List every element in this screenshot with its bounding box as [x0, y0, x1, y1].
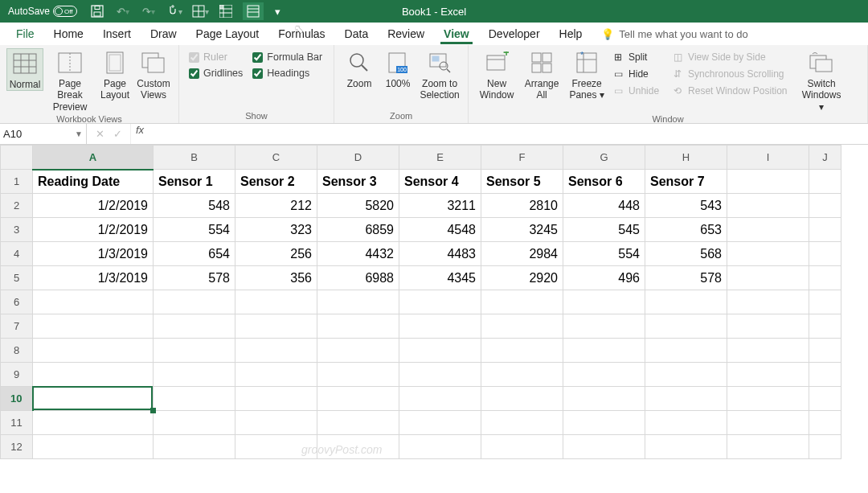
cell-C2[interactable]: 212: [235, 194, 317, 218]
cell-A1[interactable]: Reading Date: [33, 170, 154, 194]
tab-formulas[interactable]: Formulas: [268, 24, 334, 43]
cell-I3[interactable]: [727, 218, 809, 242]
cell-B2[interactable]: 548: [154, 194, 235, 218]
col-header-C[interactable]: C: [235, 146, 317, 170]
undo-icon[interactable]: ↶▾: [114, 2, 132, 20]
cell-D3[interactable]: 6859: [317, 218, 399, 242]
zoom-button[interactable]: Zoom: [341, 48, 378, 89]
page-layout-button[interactable]: Page Layout: [96, 48, 133, 101]
cell-D5[interactable]: 6988: [317, 266, 399, 290]
row-header-5[interactable]: 5: [1, 266, 33, 290]
row-header-9[interactable]: 9: [1, 363, 33, 387]
tab-home[interactable]: Home: [44, 24, 93, 43]
arrange-all-button[interactable]: Arrange All: [520, 48, 563, 101]
save-icon[interactable]: [88, 2, 106, 20]
cell-B3[interactable]: 554: [154, 218, 235, 242]
borders-icon[interactable]: ▾: [191, 2, 209, 20]
cell-J4[interactable]: [809, 242, 841, 266]
tab-help[interactable]: Help: [550, 24, 592, 43]
cell-J1[interactable]: [809, 170, 841, 194]
tab-draw[interactable]: Draw: [141, 24, 186, 43]
cell-I4[interactable]: [727, 242, 809, 266]
cell-A2[interactable]: 1/2/2019: [33, 194, 154, 218]
cell-I5[interactable]: [727, 266, 809, 290]
row-header-10[interactable]: 10: [1, 387, 33, 411]
cell-H5[interactable]: 578: [645, 266, 727, 290]
switch-windows-button[interactable]: Switch Windows ▾: [800, 48, 843, 113]
col-header-H[interactable]: H: [645, 146, 727, 170]
form-icon[interactable]: [243, 2, 264, 20]
cell-D2[interactable]: 5820: [317, 194, 399, 218]
row-header-6[interactable]: 6: [1, 290, 33, 314]
tab-file[interactable]: File: [6, 24, 44, 43]
row-header-3[interactable]: 3: [1, 218, 33, 242]
tab-insert[interactable]: Insert: [93, 24, 141, 43]
autosave-toggle[interactable]: AutoSave Off: [8, 6, 77, 17]
tab-developer[interactable]: Developer: [479, 24, 550, 43]
row-header-11[interactable]: 11: [1, 411, 33, 435]
cell-D1[interactable]: Sensor 3: [317, 170, 399, 194]
zoom-to-selection-button[interactable]: Zoom to Selection: [418, 48, 461, 101]
cell-F5[interactable]: 2920: [481, 266, 563, 290]
hide-button[interactable]: ▭Hide: [610, 67, 668, 81]
gridlines-checkbox[interactable]: Gridlines: [189, 68, 243, 79]
col-header-E[interactable]: E: [399, 146, 481, 170]
worksheet-grid[interactable]: A B C D E F G H I J 1 Reading Date Senso…: [0, 145, 868, 459]
row-header-8[interactable]: 8: [1, 339, 33, 363]
select-all-corner[interactable]: [1, 146, 33, 170]
cell-E2[interactable]: 3211: [399, 194, 481, 218]
col-header-I[interactable]: I: [727, 146, 809, 170]
cell-E3[interactable]: 4548: [399, 218, 481, 242]
tab-page-layout[interactable]: Page Layout: [186, 24, 269, 43]
cell-G1[interactable]: Sensor 6: [563, 170, 645, 194]
qat-customize-icon[interactable]: ▾: [272, 2, 283, 20]
cell-C3[interactable]: 323: [235, 218, 317, 242]
zoom-100-button[interactable]: 100 100%: [379, 48, 416, 89]
tab-view[interactable]: View: [434, 24, 479, 43]
formula-bar-checkbox[interactable]: Formula Bar: [252, 51, 322, 63]
tab-data[interactable]: Data: [335, 24, 379, 43]
col-header-B[interactable]: B: [154, 146, 235, 170]
page-break-preview-button[interactable]: Page Break Preview: [45, 48, 95, 113]
formula-input[interactable]: [149, 124, 868, 144]
cell-A3[interactable]: 1/2/2019: [33, 218, 154, 242]
cell-E1[interactable]: Sensor 4: [399, 170, 481, 194]
col-header-F[interactable]: F: [481, 146, 563, 170]
col-header-A[interactable]: A: [33, 146, 154, 170]
cell-I1[interactable]: [727, 170, 809, 194]
custom-views-button[interactable]: Custom Views: [135, 48, 172, 101]
cell-G5[interactable]: 496: [563, 266, 645, 290]
cell-C4[interactable]: 256: [235, 242, 317, 266]
cell-J3[interactable]: [809, 218, 841, 242]
headings-checkbox[interactable]: Headings: [252, 68, 322, 79]
cell-I2[interactable]: [727, 194, 809, 218]
cell-F3[interactable]: 3245: [481, 218, 563, 242]
col-header-D[interactable]: D: [317, 146, 399, 170]
tell-me-search[interactable]: 💡 Tell me what you want to do: [601, 28, 747, 40]
cell-B5[interactable]: 578: [154, 266, 235, 290]
new-window-button[interactable]: + New Window: [475, 48, 518, 101]
cell-H2[interactable]: 543: [645, 194, 727, 218]
col-header-G[interactable]: G: [563, 146, 645, 170]
cell-F2[interactable]: 2810: [481, 194, 563, 218]
cell-A4[interactable]: 1/3/2019: [33, 242, 154, 266]
cell-D4[interactable]: 4432: [317, 242, 399, 266]
row-header-4[interactable]: 4: [1, 242, 33, 266]
cell-G2[interactable]: 448: [563, 194, 645, 218]
cell-C1[interactable]: Sensor 2: [235, 170, 317, 194]
name-box[interactable]: A10 ▼: [0, 124, 87, 144]
fx-button[interactable]: fx: [130, 124, 149, 144]
cell-J2[interactable]: [809, 194, 841, 218]
redo-icon[interactable]: ↷▾: [140, 2, 158, 20]
pivot-icon[interactable]: [217, 2, 235, 20]
cell-E4[interactable]: 4483: [399, 242, 481, 266]
normal-view-button[interactable]: Normal: [6, 48, 43, 91]
cell-H4[interactable]: 568: [645, 242, 727, 266]
row-header-2[interactable]: 2: [1, 194, 33, 218]
touch-mouse-icon[interactable]: ▾: [166, 2, 183, 20]
row-header-12[interactable]: 12: [1, 435, 33, 459]
row-header-1[interactable]: 1: [1, 170, 33, 194]
cell-J5[interactable]: [809, 266, 841, 290]
cell-E5[interactable]: 4345: [399, 266, 481, 290]
col-header-J[interactable]: J: [809, 146, 841, 170]
